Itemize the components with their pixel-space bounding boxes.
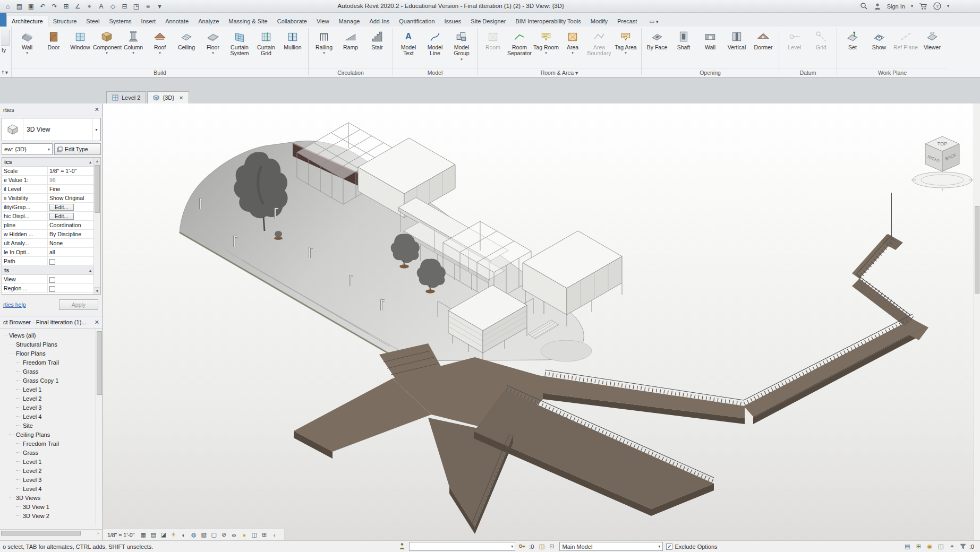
ribbon-tab-issues[interactable]: Issues <box>440 15 466 27</box>
active-workset-combo[interactable]: ▾ <box>409 542 515 551</box>
scroll-right-icon[interactable]: › <box>95 530 101 536</box>
scroll-down-icon[interactable]: ▼ <box>94 287 100 294</box>
close-properties-icon[interactable]: ✕ <box>95 106 99 113</box>
ribbon-tab-architecture[interactable]: Architecture <box>6 15 48 27</box>
ribbon-tab-structure[interactable]: Structure <box>48 15 82 27</box>
show-constraints-icon[interactable]: ⊞ <box>260 530 269 539</box>
shadows-icon[interactable]: ◐ <box>179 530 188 539</box>
visual-style-icon[interactable]: ◪ <box>159 530 168 539</box>
help-icon[interactable]: ? <box>933 2 941 10</box>
ribbon-tab-analyze[interactable]: Analyze <box>193 15 224 27</box>
edit-type-button[interactable]: Edit Type <box>54 143 101 155</box>
thin-lines-icon[interactable]: ≡ <box>142 1 154 11</box>
viewport-scrollbar[interactable] <box>974 104 980 540</box>
ribbon-tab-steel[interactable]: Steel <box>81 15 104 27</box>
save-icon[interactable]: ▣ <box>25 1 37 11</box>
sign-in-caret-icon[interactable]: ▾ <box>911 4 913 8</box>
panel-horizontal-scrollbar[interactable]: › <box>0 529 103 537</box>
ribbon-tool-model-group[interactable]: Model Group▾ <box>448 29 475 62</box>
redo-icon[interactable]: ↷ <box>49 1 60 11</box>
ribbon-tab-bim-interoperability-tools[interactable]: BIM Interoperability Tools <box>510 15 585 27</box>
tag-icon[interactable]: ◇ <box>107 1 118 11</box>
ribbon-tab-manage[interactable]: Manage <box>334 15 365 27</box>
ribbon-tool-model-line[interactable]: Model Line <box>422 29 448 57</box>
checkbox[interactable] <box>49 277 55 283</box>
edit-button[interactable]: Edit... <box>49 204 74 211</box>
app-home-icon[interactable]: ⌂ <box>2 1 13 11</box>
model-display-icon[interactable]: ▦ <box>139 530 148 539</box>
ribbon-display-toggle-icon[interactable]: ▭ ▾ <box>646 16 661 27</box>
scrollbar-thumb[interactable] <box>97 331 102 395</box>
drawing-area[interactable]: TOP RIGHT BACK 1/8" = 1'-0" ▦▤◪☀◐◍▧▢⊘∞●◫… <box>103 104 980 540</box>
scrollbar-thumb[interactable] <box>975 206 979 294</box>
ribbon-tool-stair[interactable]: Stair <box>364 29 390 50</box>
modify-tool-icon[interactable] <box>1 30 10 46</box>
tree-item-level-3[interactable]: Level 3 <box>0 475 96 484</box>
editing-requests-icon[interactable]: ◫ <box>537 542 546 551</box>
viewcube-top-label[interactable]: TOP <box>938 141 947 146</box>
properties-help-link[interactable]: rties help <box>3 301 26 308</box>
aligned-dimension-icon[interactable]: ⌖ <box>84 1 95 11</box>
view-scale[interactable]: 1/8" = 1'-0" <box>107 532 134 538</box>
ribbon-tool-shaft[interactable]: Shaft <box>670 29 697 50</box>
ribbon-tool-dormer[interactable]: Dormer <box>750 29 777 50</box>
ribbon-tab-annotate[interactable]: Annotate <box>160 15 193 27</box>
edit-button[interactable]: Edit... <box>49 213 74 220</box>
exclude-options-checkbox[interactable]: ✓ <box>666 544 672 550</box>
open-icon[interactable]: ▤ <box>14 1 25 11</box>
ribbon-tab-view[interactable]: View <box>312 15 334 27</box>
scrollbar-thumb[interactable] <box>95 165 100 213</box>
ribbon-tool-show[interactable]: Show <box>866 29 892 50</box>
tree-item-grass[interactable]: Grass <box>0 367 96 376</box>
filter-icon[interactable] <box>959 542 967 551</box>
ribbon-tab-quantification[interactable]: Quantification <box>394 15 439 27</box>
ribbon-tool-set[interactable]: Set <box>839 29 866 50</box>
scroll-up-icon[interactable]: ▲ <box>94 158 100 165</box>
tree-item-3d-views[interactable]: 3D Views <box>0 493 96 502</box>
view-tab-level-2[interactable]: Level 2 <box>106 91 146 104</box>
ribbon-tool-column[interactable]: Column▾ <box>120 29 147 55</box>
show-crop-icon[interactable]: ▢ <box>209 530 218 539</box>
tree-item-3d-view-2[interactable]: 3D View 2 <box>0 511 96 520</box>
ribbon-tool-door[interactable]: Door <box>40 29 67 50</box>
ribbon-tab-modify[interactable]: Modify <box>586 15 612 27</box>
tree-item-level-2[interactable]: Level 2 <box>0 466 96 475</box>
qat-dropdown-icon[interactable]: ▾ <box>154 1 165 11</box>
exclude-options-control[interactable]: ✓ Exclude Options <box>666 544 717 550</box>
ribbon-tool-room-separator[interactable]: Room Separator <box>506 29 533 57</box>
design-option-select[interactable]: Main Model▾ <box>559 542 663 551</box>
temporary-hide-isolate-icon[interactable]: ∞ <box>229 530 238 539</box>
reveal-hidden-elements-icon[interactable]: ◉ <box>925 542 934 551</box>
unlock-view-icon[interactable]: ⊘ <box>219 530 228 539</box>
ribbon-tab-insert[interactable]: Insert <box>137 15 161 27</box>
ribbon-tool-by-face[interactable]: By Face <box>644 29 670 50</box>
ribbon-tool-mullion[interactable]: Mullion <box>279 29 306 50</box>
ribbon-tool-roof[interactable]: Roof▾ <box>147 29 173 55</box>
section-icon[interactable]: ⊟ <box>119 1 130 11</box>
app-store-icon[interactable] <box>919 3 927 10</box>
type-selector-dropdown-icon[interactable]: ▾ <box>92 118 100 141</box>
sign-in-button[interactable]: Sign In <box>887 3 905 10</box>
property-section-ics[interactable]: ics▴ <box>2 158 93 167</box>
search-icon[interactable] <box>860 2 868 10</box>
ribbon-tool-floor[interactable]: Floor▾ <box>200 29 226 55</box>
ribbon-tool-viewer[interactable]: Viewer <box>919 29 945 50</box>
detail-level-icon[interactable]: ▤ <box>149 530 158 539</box>
tree-item-3d-view-1[interactable]: 3D View 1 <box>0 502 96 511</box>
ribbon-tab-precast[interactable]: Precast <box>612 15 642 27</box>
close-project-browser-icon[interactable]: ✕ <box>95 319 99 326</box>
ribbon-tool-window[interactable]: Window <box>67 29 93 50</box>
tree-item-grass[interactable]: Grass <box>0 448 96 457</box>
editable-only-icon[interactable] <box>398 542 406 551</box>
close-view-tab-icon[interactable]: ✕ <box>179 95 183 101</box>
collapse-icon[interactable]: ▴ <box>89 268 91 273</box>
text-icon[interactable]: A <box>96 1 107 11</box>
ribbon-tab-massing-site[interactable]: Massing & Site <box>224 15 272 27</box>
checkbox[interactable] <box>49 259 55 265</box>
tree-item-level-1[interactable]: Level 1 <box>0 457 96 466</box>
rendering-dialog-icon[interactable]: ◍ <box>189 530 198 539</box>
tree-item-grass-copy-1[interactable]: Grass Copy 1 <box>0 376 96 385</box>
ribbon-tab-collaborate[interactable]: Collaborate <box>272 15 312 27</box>
tree-item-site[interactable]: Site <box>0 421 96 430</box>
temporary-view-icon[interactable]: ◫ <box>936 542 945 551</box>
